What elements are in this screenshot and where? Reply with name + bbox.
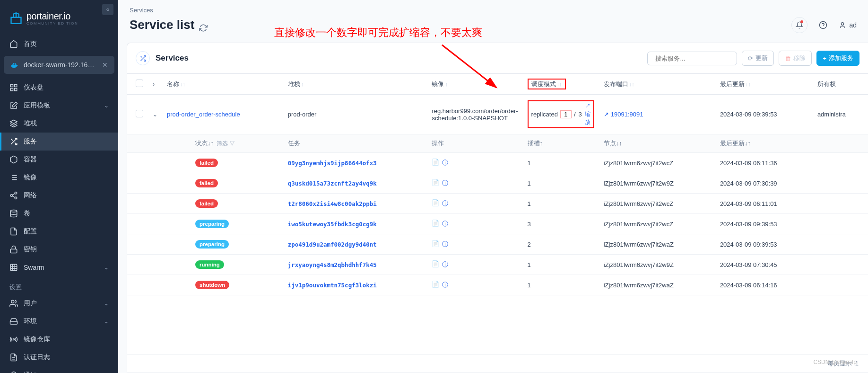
task-node: iZjz801fwrm6zwvj7it2wcZ	[599, 194, 715, 214]
expand-row-chevron[interactable]: ⌄	[153, 111, 157, 118]
refresh-icon[interactable]	[199, 21, 208, 29]
add-service-button[interactable]: + 添加服务	[816, 51, 859, 66]
task-info-icon[interactable]: ⓘ	[442, 281, 448, 289]
task-node: iZjz801fwrm6zwvj7it2w9Z	[599, 255, 715, 275]
task-node: iZjz801fwrm6zwvj7it2wcZ	[599, 153, 715, 173]
task-logs-icon[interactable]: 📄	[432, 281, 439, 289]
scale-button[interactable]: ↗ 缩放	[585, 102, 590, 126]
svg-rect-5	[15, 89, 17, 91]
sidebar-item-grid[interactable]: Swarm⌄	[0, 258, 118, 276]
help-icon[interactable]	[815, 17, 831, 33]
pagination-footer: 每页显示 1	[127, 354, 868, 373]
sidebar-collapse-button[interactable]: «	[102, 4, 113, 15]
task-info-icon[interactable]: ⓘ	[442, 260, 448, 269]
status-badge: preparing	[195, 220, 229, 228]
nav-home-label: 首页	[24, 40, 37, 48]
nav-home[interactable]: 首页	[0, 35, 118, 53]
task-id-link[interactable]: zpo491d9u2amf002dgy9d40nt	[288, 241, 377, 248]
sidebar-item-shuffle[interactable]: 服务	[0, 133, 118, 151]
task-info-icon[interactable]: ⓘ	[442, 220, 448, 228]
sidebar-item-users[interactable]: 用户⌄	[0, 294, 118, 312]
user-menu[interactable]: ad	[839, 21, 857, 29]
lock-icon	[9, 245, 18, 254]
task-logs-icon[interactable]: 📄	[432, 159, 439, 167]
topbar: Services Service list ad	[118, 0, 868, 37]
task-info-icon[interactable]: ⓘ	[442, 240, 448, 249]
status-badge: failed	[195, 199, 218, 208]
sidebar-item-label: 镜像	[24, 173, 37, 182]
sidebar-item-lock[interactable]: 密钥	[0, 240, 118, 258]
home-icon	[9, 40, 18, 48]
task-info-icon[interactable]: ⓘ	[442, 179, 448, 187]
col-image[interactable]: 镜像↑	[427, 74, 522, 95]
status-badge: shutdown	[195, 281, 229, 289]
services-icon	[136, 51, 150, 65]
search-input-wrap[interactable]	[647, 52, 737, 65]
close-icon[interactable]: ✕	[102, 61, 108, 69]
update-button[interactable]: ⟳ 更新	[742, 51, 774, 66]
sidebar-item-share[interactable]: 网络	[0, 186, 118, 204]
breadcrumb[interactable]: Services	[130, 7, 208, 14]
task-id-link[interactable]: t2r8060x2isi4w8c00ak2ppbi	[288, 200, 377, 207]
task-id-link[interactable]: q3uskd015a73zcnft2ay4vq9k	[288, 180, 377, 187]
svg-line-19	[12, 196, 15, 197]
share-icon	[9, 191, 18, 200]
list-icon	[9, 173, 18, 182]
expand-all-chevron[interactable]: ›	[153, 81, 155, 88]
sidebar-item-label: 堆栈	[24, 119, 37, 128]
panel-title: Services	[136, 51, 189, 65]
sidebar-item-bell[interactable]: 通知	[0, 366, 118, 373]
sidebar-item-file-text[interactable]: 认证日志	[0, 348, 118, 366]
col-stack[interactable]: 堆栈↑	[283, 74, 427, 95]
task-logs-icon[interactable]: 📄	[432, 179, 439, 187]
logo[interactable]: portainer.io COMMUNITY EDITION	[0, 0, 118, 35]
sidebar-item-template[interactable]: 应用模板⌄	[0, 97, 118, 115]
sidebar-item-box[interactable]: 容器	[0, 151, 118, 169]
col-updated[interactable]: 最后更新↓↑	[715, 74, 813, 95]
task-logs-icon[interactable]: 📄	[432, 199, 439, 208]
sidebar-item-label: 服务	[24, 137, 37, 146]
sidebar-item-list[interactable]: 镜像	[0, 169, 118, 186]
col-owner[interactable]: 所有权	[813, 74, 868, 95]
svg-marker-6	[10, 120, 17, 124]
task-logs-icon[interactable]: 📄	[432, 240, 439, 249]
status-badge: running	[195, 260, 224, 269]
svg-rect-3	[15, 84, 17, 87]
task-info-icon[interactable]: ⓘ	[442, 199, 448, 208]
row-checkbox[interactable]	[136, 110, 143, 117]
service-name-link[interactable]: prod-order_order-schedule	[167, 111, 240, 118]
col-ports[interactable]: 发布端口↓↑	[599, 74, 715, 95]
select-all-checkbox[interactable]	[136, 80, 143, 87]
bell-icon[interactable]	[791, 17, 807, 33]
task-slot: 3	[523, 214, 599, 234]
watermark: CSDN @chenzfp	[813, 359, 857, 365]
replicas-current-input[interactable]	[561, 111, 571, 118]
svg-line-20	[12, 194, 15, 195]
task-info-icon[interactable]: ⓘ	[442, 159, 448, 167]
env-name: docker-swarm-192.168.13...	[24, 61, 96, 69]
sidebar-item-radio[interactable]: 镜像仓库	[0, 330, 118, 348]
task-id-link[interactable]: iwo5kutewoy35fbdk3cg0cg9k	[288, 221, 377, 228]
svg-point-35	[842, 23, 844, 25]
search-input[interactable]	[655, 55, 735, 62]
task-id-link[interactable]: jrxyaoyng4s8m2qbhdhhf7k45	[288, 261, 377, 268]
task-slot: 1	[523, 255, 599, 275]
sidebar-item-dashboard[interactable]: 仪表盘	[0, 79, 118, 97]
service-row: ⌄ prod-order_order-schedule prod-order r…	[127, 95, 868, 134]
task-logs-icon[interactable]: 📄	[432, 220, 439, 228]
task-logs-icon[interactable]: 📄	[432, 260, 439, 269]
sidebar-item-layers[interactable]: 堆栈	[0, 115, 118, 133]
nav-environment[interactable]: docker-swarm-192.168.13... ✕	[4, 56, 114, 74]
sidebar-item-hdd[interactable]: 环境⌄	[0, 312, 118, 330]
task-id-link[interactable]: 09yg3nyemhjs9ijp86644ofx3	[288, 160, 377, 167]
sidebar-item-file[interactable]: 配置	[0, 222, 118, 240]
sidebar-item-database[interactable]: 卷	[0, 204, 118, 222]
sidebar-item-label: 卷	[24, 209, 30, 218]
annotation-text: 直接修改一个数字即可完成扩缩容，不要太爽	[274, 26, 482, 40]
col-sched[interactable]: 调度模式↓↑	[523, 74, 599, 95]
col-name[interactable]: 名称↓↑	[162, 74, 283, 95]
task-id-link[interactable]: ijv1p9ouvokmtn75cgf3lokzi	[288, 282, 377, 289]
service-image: reg.harbor999.com/order/order-schedule:1…	[427, 95, 522, 134]
port-link[interactable]: ↗19091:9091	[604, 111, 711, 118]
remove-button[interactable]: 🗑 移除	[779, 51, 812, 66]
